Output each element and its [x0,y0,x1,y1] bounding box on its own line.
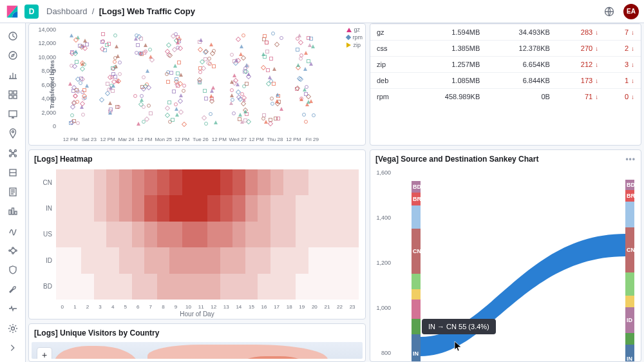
topbar: D Dashboard / [Logs] Web Traffic Copy EA [0,0,644,23]
svg-rect-18 [15,211,17,214]
graph-icon[interactable] [5,165,21,180]
svg-rect-6 [14,95,17,99]
table-panel: gz1.594MB34.493KB283↓7↓css1.385MB12.378K… [370,23,641,146]
sankey-body[interactable]: BDBRCNINBDBRCNIDIN [392,169,634,356]
svg-point-19 [8,249,10,251]
uptime-icon[interactable] [5,223,21,238]
breadcrumb-current: [Logs] Web Traffic Copy [99,6,195,16]
heatmap-body[interactable] [56,169,359,300]
sankey-node[interactable]: CN [412,229,421,274]
sidebar [0,23,26,362]
sankey-node[interactable] [625,272,634,296]
breadcrumb: Dashboard / [Logs] Web Traffic Copy [46,6,195,16]
sankey-node[interactable]: BD [625,180,634,190]
svg-rect-5 [9,95,12,99]
svg-rect-3 [9,91,12,94]
recent-icon[interactable] [5,28,21,44]
table-row[interactable]: zip1.257MB6.654KB212↓3↓ [370,57,641,73]
svg-point-20 [12,247,13,248]
scatter-legend: gzrpmzip [346,26,363,50]
svg-rect-4 [14,91,17,94]
svg-point-2 [9,52,17,59]
sankey-y-axis: 1,6001,4001,2001,000800 [373,169,391,356]
news-icon[interactable] [601,4,617,19]
sankey-node[interactable] [412,274,421,289]
panel-menu-icon[interactable]: ••• [625,155,636,164]
svg-point-22 [15,249,16,251]
sankey-node[interactable]: ID [625,307,634,333]
table-row[interactable]: gz1.594MB34.493KB283↓7↓ [370,24,641,41]
sankey-node[interactable] [412,205,421,229]
svg-point-21 [12,252,13,253]
metrics-icon[interactable] [5,204,21,219]
discover-icon[interactable] [5,48,21,63]
scatter-panel: Transferred bytes 14,00012,00010,0008,00… [28,23,366,146]
app-tile[interactable]: D [24,5,39,19]
table-row[interactable]: deb1.085MB6.844KB173↓1↓ [370,73,641,89]
ext-table: gz1.594MB34.493KB283↓7↓css1.385MB12.378K… [370,24,641,104]
sankey-node[interactable]: BR [412,193,421,205]
sankey-node[interactable]: CN [625,227,634,272]
visualize-icon[interactable] [5,67,21,82]
map-title: [Logs] Unique Visitors by Country [34,329,159,338]
sankey-node[interactable]: IN [625,345,634,362]
sankey-title: [Vega] Source and Destination Sankey Cha… [375,155,538,164]
sankey-node[interactable]: BR [625,190,634,202]
sankey-node[interactable]: IN [412,334,421,362]
map-controls: + − ⛶ [37,347,52,359]
scatter-x-axis: 12 PMSat 2312 PMMar 2412 PMMon 2512 PMTu… [61,137,321,142]
ml-icon[interactable] [5,145,21,160]
heatmap-title: [Logs] Heatmap [34,155,93,164]
sankey-node[interactable] [412,300,421,319]
scatter-plot-area[interactable] [61,26,321,129]
sankey-node[interactable]: BD [412,181,421,193]
sankey-panel: [Vega] Source and Destination Sankey Cha… [370,149,641,362]
heatmap-x-label: Hour of Day [29,310,365,318]
svg-rect-17 [12,208,14,214]
scatter-y-axis: 14,00012,00010,0008,0006,0004,0002,0000 [29,26,59,129]
table-row[interactable]: css1.385MB12.378KB270↓2↓ [370,41,641,57]
breadcrumb-parent[interactable]: Dashboard [46,6,88,16]
apm-icon[interactable] [5,243,21,258]
heatmap-x-axis: 01234567891011121314151617181920212223 [56,304,359,310]
svg-rect-7 [9,111,17,117]
management-icon[interactable] [5,321,21,336]
maps-icon[interactable] [5,126,21,141]
svg-rect-16 [9,210,11,214]
map-body[interactable]: + − ⛶ [32,342,363,359]
siem-icon[interactable] [5,262,21,278]
avatar[interactable]: EA [623,4,639,19]
sankey-node[interactable] [625,296,634,307]
logs-icon[interactable] [5,184,21,200]
dev-tools-icon[interactable] [5,281,21,297]
svg-point-8 [12,131,14,133]
svg-point-23 [11,327,14,330]
map-panel: [Logs] Unique Visitors by Country + − ⛶ [28,323,366,362]
zoom-in-button[interactable]: + [37,348,52,359]
heatmap-panel: [Logs] Heatmap CNINUSIDBD 01234567891011… [28,149,366,319]
sankey-node[interactable] [625,333,634,345]
kibana-logo-icon[interactable] [5,5,19,19]
sankey-node[interactable] [412,289,421,300]
table-row[interactable]: rpm458.989KB0B71↓0↓ [370,89,641,105]
heatmap-y-axis: CNINUSIDBD [33,169,52,300]
heart-icon[interactable] [5,301,21,316]
canvas-icon[interactable] [5,106,21,122]
sankey-node[interactable] [412,319,421,334]
sankey-node[interactable] [625,202,634,227]
dashboard-icon[interactable] [5,87,21,102]
expand-icon[interactable] [5,340,21,356]
